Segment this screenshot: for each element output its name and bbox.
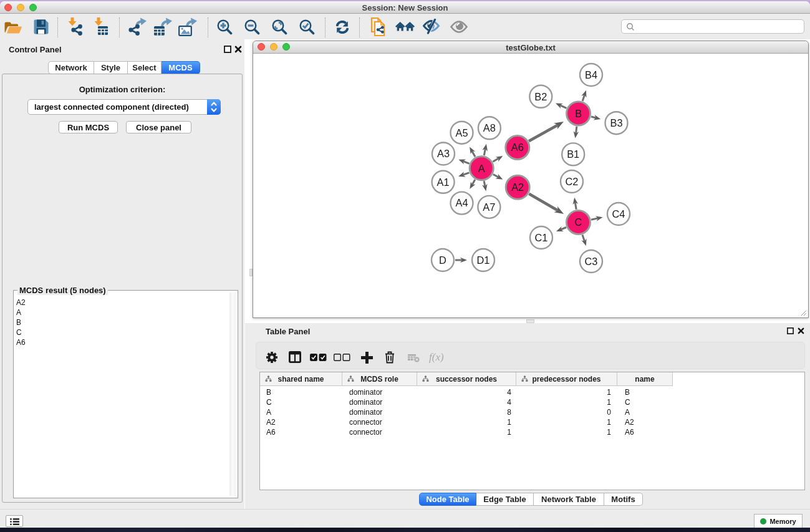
svg-text:C1: C1	[535, 232, 548, 243]
svg-text:C2: C2	[566, 176, 579, 187]
svg-text:A4: A4	[455, 197, 468, 208]
svg-text:B: B	[575, 108, 582, 119]
svg-text:B2: B2	[534, 91, 547, 102]
svg-text:B1: B1	[567, 148, 579, 160]
svg-text:D: D	[439, 254, 446, 266]
svg-text:B3: B3	[610, 117, 622, 128]
svg-text:A6: A6	[511, 142, 524, 153]
svg-text:A3: A3	[437, 148, 450, 159]
svg-text:C4: C4	[612, 208, 625, 220]
svg-text:C3: C3	[585, 256, 598, 267]
svg-text:B4: B4	[585, 69, 597, 80]
svg-text:A1: A1	[437, 177, 450, 188]
svg-text:D1: D1	[477, 254, 490, 266]
svg-text:f(x): f(x)	[429, 351, 444, 363]
svg-text:A5: A5	[455, 127, 468, 138]
svg-text:A8: A8	[483, 122, 496, 133]
svg-text:C: C	[575, 216, 582, 228]
svg-text:A7: A7	[483, 201, 495, 213]
svg-text:A2: A2	[511, 181, 524, 193]
svg-text:A: A	[478, 163, 485, 174]
